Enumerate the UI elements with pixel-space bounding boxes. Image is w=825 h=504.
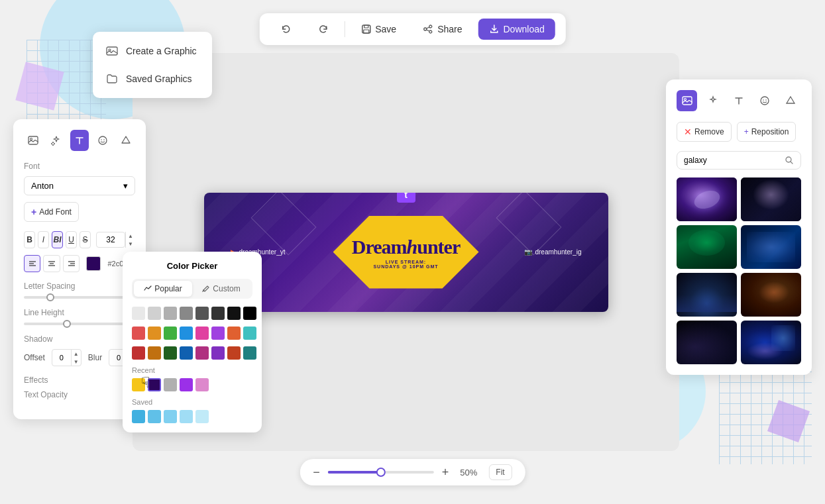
image-thumb-6[interactable] — [741, 273, 801, 317]
share-label: Share — [437, 24, 462, 34]
image-thumb-7[interactable] — [677, 321, 737, 364]
right-emoji-icon — [759, 95, 770, 106]
panel-tab-magic[interactable] — [47, 130, 65, 151]
align-right-button[interactable] — [63, 255, 80, 272]
color-cell[interactable] — [211, 346, 225, 360]
panel-tab-shapes[interactable] — [117, 130, 135, 151]
undo-button[interactable] — [270, 19, 302, 40]
color-cell[interactable] — [132, 307, 145, 320]
color-tab-popular[interactable]: Popular — [134, 281, 192, 297]
action-row: ✕ Remove + Reposition — [677, 122, 801, 142]
svg-point-3 — [429, 25, 432, 28]
save-button[interactable]: Save — [350, 19, 407, 40]
letter-spacing-slider[interactable] — [24, 296, 135, 299]
panel-tab-text[interactable] — [70, 130, 88, 151]
image-thumb-1[interactable] — [677, 177, 737, 221]
offset-down[interactable]: ▼ — [72, 358, 81, 366]
search-icon[interactable] — [785, 156, 794, 165]
color-cell[interactable] — [180, 307, 193, 320]
italic-button[interactable]: I — [38, 231, 49, 248]
saved-graphics-item[interactable]: Saved Graphics — [93, 65, 212, 93]
font-size-input[interactable] — [96, 232, 125, 248]
saved-color-5[interactable] — [195, 410, 209, 423]
line-height-section: Line Height — [24, 308, 135, 325]
download-button[interactable]: Download — [478, 19, 555, 40]
banner[interactable]: ▶ dreamhunter_yt t Dreamhunter LIV — [204, 193, 608, 312]
color-cell[interactable] — [132, 346, 145, 360]
saved-color-4[interactable] — [180, 410, 193, 423]
recent-color-purple-active[interactable] — [148, 378, 161, 391]
color-cell[interactable] — [148, 307, 161, 320]
saved-color-3[interactable] — [164, 410, 177, 423]
font-selector[interactable]: Anton ▾ — [24, 176, 135, 195]
redo-button[interactable] — [307, 19, 339, 40]
align-left-button[interactable] — [24, 255, 40, 272]
font-size-up[interactable]: ▲ — [126, 232, 135, 240]
color-cell[interactable] — [195, 346, 209, 360]
color-cell[interactable] — [164, 346, 177, 360]
strikethrough-button[interactable]: S — [80, 231, 91, 248]
offset-input[interactable] — [52, 352, 71, 363]
bold-button[interactable]: B — [24, 231, 35, 248]
color-tab-custom[interactable]: Custom — [192, 281, 250, 297]
color-cell[interactable] — [211, 307, 225, 320]
recent-color-gray[interactable] — [164, 378, 177, 391]
right-tab-magic[interactable] — [702, 90, 723, 111]
color-cell[interactable] — [211, 327, 225, 340]
color-cell[interactable] — [243, 307, 256, 320]
line-height-slider[interactable] — [24, 323, 135, 325]
image-search-input[interactable] — [684, 156, 785, 165]
color-cell[interactable] — [243, 346, 256, 360]
shapes-icon — [121, 135, 131, 146]
color-cell[interactable] — [195, 327, 209, 340]
zoom-out-button[interactable]: − — [313, 466, 320, 478]
image-thumb-5[interactable] — [677, 273, 737, 317]
image-thumb-8[interactable] — [741, 321, 801, 364]
add-font-button[interactable]: + Add Font — [24, 202, 79, 222]
offset-up[interactable]: ▲ — [72, 350, 81, 358]
color-cell[interactable] — [148, 327, 161, 340]
underline-button[interactable]: U — [66, 231, 77, 248]
saved-section: Saved — [132, 398, 252, 423]
reposition-button[interactable]: + Reposition — [737, 122, 797, 142]
right-tab-image[interactable] — [677, 90, 697, 111]
zoom-value: 50% — [457, 468, 480, 478]
color-cell[interactable] — [148, 346, 161, 360]
right-tab-text[interactable] — [728, 90, 749, 111]
color-cell[interactable] — [132, 327, 145, 340]
create-graphic-item[interactable]: Create a Graphic — [93, 37, 212, 65]
recent-color-gold[interactable] — [132, 378, 145, 391]
recent-color-pink[interactable] — [195, 378, 209, 391]
reposition-label: Reposition — [751, 127, 789, 136]
panel-tab-emoji[interactable] — [94, 130, 112, 151]
color-cell[interactable] — [195, 307, 209, 320]
align-center-button[interactable] — [43, 255, 60, 272]
color-cell[interactable] — [227, 346, 241, 360]
right-tab-emoji[interactable] — [755, 90, 775, 111]
fit-button[interactable]: Fit — [488, 464, 512, 480]
panel-tab-image[interactable] — [24, 130, 42, 151]
right-tab-shapes[interactable] — [781, 90, 801, 111]
color-cell[interactable] — [180, 346, 193, 360]
color-cell[interactable] — [164, 327, 177, 340]
saved-color-2[interactable] — [148, 410, 161, 423]
recent-color-violet[interactable] — [180, 378, 193, 391]
share-button[interactable]: Share — [412, 19, 472, 40]
zoom-slider[interactable] — [328, 471, 434, 474]
color-cell[interactable] — [227, 327, 241, 340]
svg-rect-1 — [364, 25, 368, 28]
image-thumb-2[interactable] — [741, 177, 801, 221]
color-cell[interactable] — [180, 327, 193, 340]
saved-color-1[interactable] — [132, 410, 145, 423]
image-thumb-4[interactable] — [741, 225, 801, 269]
right-shapes-icon — [785, 95, 796, 106]
font-size-down[interactable]: ▼ — [126, 240, 135, 248]
magic-icon — [51, 135, 62, 146]
image-thumb-3[interactable] — [677, 225, 737, 269]
bold-italic-button[interactable]: BI — [52, 231, 63, 248]
zoom-in-button[interactable]: + — [442, 466, 449, 478]
remove-button[interactable]: ✕ Remove — [677, 122, 732, 142]
color-cell[interactable] — [243, 327, 256, 340]
color-cell[interactable] — [164, 307, 177, 320]
color-cell[interactable] — [227, 307, 241, 320]
